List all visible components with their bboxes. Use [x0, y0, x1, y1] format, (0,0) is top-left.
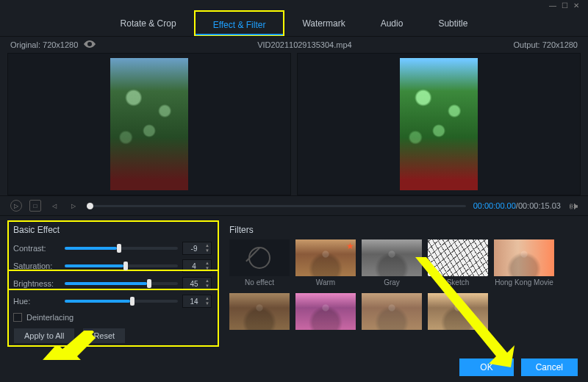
filter-5[interactable] — [229, 293, 290, 341]
play-button[interactable]: ▷ — [10, 200, 22, 212]
preview-original-thumb — [110, 58, 188, 190]
hue-value: 14 — [183, 298, 205, 306]
contrast-up[interactable]: ▲ — [205, 243, 209, 248]
timeline-slider[interactable] — [87, 205, 466, 207]
saturation-up[interactable]: ▲ — [205, 261, 209, 266]
brightness-down[interactable]: ▼ — [205, 284, 209, 289]
reset-button[interactable]: Reset — [82, 328, 126, 344]
hue-down[interactable]: ▼ — [205, 301, 209, 306]
tab-watermark[interactable]: Watermark — [284, 10, 362, 36]
hue-spinner[interactable]: 14 ▲▼ — [182, 295, 212, 308]
cancel-button[interactable]: Cancel — [521, 358, 578, 376]
contrast-slider[interactable] — [65, 247, 178, 250]
saturation-value: 4 — [183, 262, 205, 270]
filters-title: Filters — [229, 225, 578, 235]
volume-icon[interactable]: 🕪 — [568, 201, 578, 212]
filter-sketch[interactable]: Sketch — [428, 239, 488, 287]
filter-hongkong[interactable]: Hong Kong Movie — [494, 239, 554, 287]
filter-label-1: Warm — [295, 278, 356, 287]
tab-subtitle[interactable]: Subtitle — [420, 10, 485, 36]
filter-label-5 — [229, 332, 290, 341]
filter-8[interactable] — [428, 293, 488, 341]
selected-star-icon: ★ — [346, 241, 354, 251]
filter-label-6 — [295, 332, 356, 341]
prev-frame-button[interactable]: ◁ — [49, 200, 60, 212]
filter-warm[interactable]: ★ Warm — [295, 239, 356, 287]
original-res-label: Original: 720x1280 — [10, 40, 78, 49]
contrast-down[interactable]: ▼ — [205, 248, 209, 253]
info-bar: Original: 720x1280 VID20211029135304.mp4… — [0, 37, 588, 53]
brightness-label: Brightness: — [13, 279, 60, 288]
filter-6[interactable] — [295, 293, 356, 341]
deinterlacing-checkbox[interactable] — [13, 313, 22, 322]
footer: OK Cancel — [459, 358, 578, 376]
filter-label-3: Sketch — [428, 278, 488, 287]
tabs: Rotate & Crop Effect & Filter Watermark … — [0, 10, 588, 37]
saturation-down[interactable]: ▼ — [205, 266, 209, 271]
filter-7[interactable] — [362, 293, 422, 341]
contrast-value: -9 — [183, 245, 205, 253]
hue-label: Hue: — [13, 297, 60, 306]
next-frame-button[interactable]: ▷ — [68, 200, 79, 212]
timeline-thumb[interactable] — [87, 203, 93, 209]
maximize-button[interactable]: ☐ — [559, 1, 570, 10]
filename-label: VID20211029135304.mp4 — [96, 40, 513, 49]
deinterlacing-label: Deinterlacing — [26, 313, 74, 322]
tab-audio[interactable]: Audio — [363, 10, 421, 36]
filters-panel: Filters No effect ★ Warm Gray Sketch Hon… — [226, 220, 581, 350]
saturation-label: Saturation: — [13, 262, 60, 270]
playback-bar: ▷ □ ◁ ▷ 00:00:00.00/00:00:15.03 🕪 — [0, 195, 588, 216]
basic-effect-panel: Basic Effect Contrast: -9 ▲▼ Saturation:… — [7, 220, 219, 350]
contrast-row: Contrast: -9 ▲▼ — [13, 239, 212, 257]
preview-output — [297, 53, 581, 195]
preview-row — [0, 53, 588, 195]
filter-label-8 — [428, 332, 488, 341]
preview-eye-icon[interactable] — [84, 40, 96, 49]
tab-rotate-crop[interactable]: Rotate & Crop — [103, 10, 194, 36]
timecode-total: 00:00:15.03 — [518, 201, 561, 210]
brightness-up[interactable]: ▲ — [205, 278, 209, 284]
tab-effect-filter[interactable]: Effect & Filter — [194, 10, 285, 36]
brightness-value: 45 — [183, 280, 205, 288]
hue-row: Hue: 14 ▲▼ — [13, 292, 212, 310]
filter-label-7 — [362, 332, 422, 341]
contrast-spinner[interactable]: -9 ▲▼ — [182, 242, 212, 255]
filter-label-0: No effect — [229, 278, 290, 287]
brightness-spinner[interactable]: 45 ▲▼ — [182, 277, 212, 290]
output-res-label: Output: 720x1280 — [514, 40, 578, 49]
preview-output-thumb — [400, 58, 478, 190]
contrast-label: Contrast: — [13, 244, 60, 253]
saturation-slider[interactable] — [65, 264, 178, 267]
minimize-button[interactable]: — — [547, 1, 559, 10]
timecode: 00:00:00.00/00:00:15.03 — [473, 201, 561, 210]
ok-button[interactable]: OK — [459, 358, 513, 376]
saturation-row: Saturation: 4 ▲▼ — [13, 257, 212, 275]
no-effect-icon — [248, 247, 270, 269]
filter-label-4: Hong Kong Movie — [494, 278, 554, 287]
hue-up[interactable]: ▲ — [205, 296, 209, 301]
deinterlacing-row: Deinterlacing — [13, 313, 212, 322]
saturation-spinner[interactable]: 4 ▲▼ — [182, 259, 212, 273]
apply-to-all-button[interactable]: Apply to All — [13, 328, 75, 344]
timecode-current: 00:00:00.00 — [473, 201, 516, 210]
filter-grid: No effect ★ Warm Gray Sketch Hong Kong M… — [229, 239, 578, 341]
titlebar: — ☐ ✕ — [0, 0, 588, 10]
filter-label-2: Gray — [362, 278, 422, 287]
filter-gray[interactable]: Gray — [362, 239, 422, 287]
close-button[interactable]: ✕ — [570, 1, 582, 10]
brightness-slider[interactable] — [65, 282, 178, 285]
preview-original — [7, 53, 291, 195]
brightness-row: Brightness: 45 ▲▼ — [13, 275, 212, 292]
filter-no-effect[interactable]: No effect — [229, 239, 290, 287]
stop-button[interactable]: □ — [29, 200, 41, 212]
hue-slider[interactable] — [65, 300, 178, 303]
basic-effect-title: Basic Effect — [13, 225, 212, 235]
